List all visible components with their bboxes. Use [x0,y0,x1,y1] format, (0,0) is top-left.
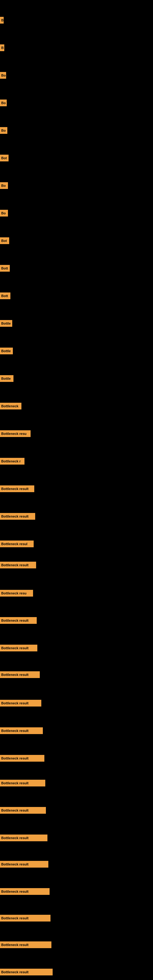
bar-row: Bottleneck result [0,617,37,624]
bar-row: Bottleneck result [0,942,51,948]
bar-label: B [0,17,4,24]
bar-label: Bottle [0,375,13,382]
bar-row: Bo [0,72,6,79]
bar-row: Bott [0,265,10,272]
bar-row: Bottleneck r [0,458,24,465]
bar-row: Bottle [0,320,12,327]
bar-row: Bottleneck result [0,513,35,520]
bar-label: Bottle [0,348,13,354]
bar-label: Bo [0,210,8,216]
bar-row: Bot [0,237,9,244]
bar-row: B [0,45,4,51]
bar-row: Bottleneck resu [0,430,30,437]
bar-label: Bottleneck result [0,617,37,624]
bar-label: Bottleneck result [0,969,53,975]
bar-row: Bottleneck result [0,807,46,814]
bar-row: B [0,17,4,24]
bar-row: Bo [0,100,7,106]
bar-row: Bottleneck result [0,780,45,786]
bar-label: Bottleneck result [0,942,51,948]
bar-row: Bottleneck result [0,671,40,678]
bar-row: Bottleneck result [0,645,37,651]
bar-label: Bottleneck result [0,755,45,762]
bar-row: Bottleneck result [0,755,45,762]
bar-label: Bottleneck result [0,727,43,734]
site-title-text [0,0,153,5]
bar-row: Bottleneck result [0,700,41,706]
bar-label: Bottleneck result [0,835,48,841]
bar-label: Bottleneck result [0,562,36,568]
bar-row: Bottle [0,375,13,382]
bar-row: Bottleneck result [0,562,36,568]
bar-label: Bo [0,72,6,79]
bar-row: Bottle [0,348,13,354]
bar-label: Bott [0,265,10,272]
bar-row: Bottleneck result [0,727,43,734]
bar-label: Bottleneck result [0,915,51,921]
bar-label: Bo [0,100,7,106]
bar-label: Bo [0,182,8,189]
bar-label: Bottleneck result [0,485,34,492]
bar-row: Bottleneck resu [0,590,33,597]
bar-label: Bottleneck resu [0,430,30,437]
bar-row: Bot [0,155,9,161]
bar-label: Bottleneck resul [0,541,33,547]
bar-label: Bottleneck result [0,888,49,895]
bar-label: Bottleneck result [0,671,40,678]
bar-row: Bottleneck result [0,835,48,841]
bar-label: Bottleneck result [0,700,41,706]
bar-label: Bottleneck r [0,458,24,465]
bar-label: Bott [0,293,10,299]
bar-row: Bo [0,182,8,189]
bar-label: Bot [0,237,9,244]
bar-row: Bott [0,293,10,299]
bar-label: Bottleneck result [0,645,37,651]
bar-row: Bottleneck [0,403,21,409]
bar-row: Bottleneck result [0,861,48,868]
bar-row: Bottleneck result [0,485,34,492]
bar-row: Bottleneck result [0,915,51,921]
bar-label: Bottleneck resu [0,590,33,597]
bar-row: Bo [0,127,7,134]
bar-label: Bottleneck [0,403,21,409]
bar-row: Bo [0,210,8,216]
bar-label: Bottleneck result [0,861,48,868]
bar-label: Bottleneck result [0,513,35,520]
bar-label: B [0,45,4,51]
bar-label: Bo [0,127,7,134]
bar-row: Bottleneck resul [0,541,33,547]
bar-label: Bottleneck result [0,780,45,786]
bar-row: Bottleneck result [0,888,49,895]
bar-label: Bottleneck result [0,807,46,814]
bar-label: Bot [0,155,9,161]
bar-row: Bottleneck result [0,969,53,975]
bar-label: Bottle [0,320,12,327]
